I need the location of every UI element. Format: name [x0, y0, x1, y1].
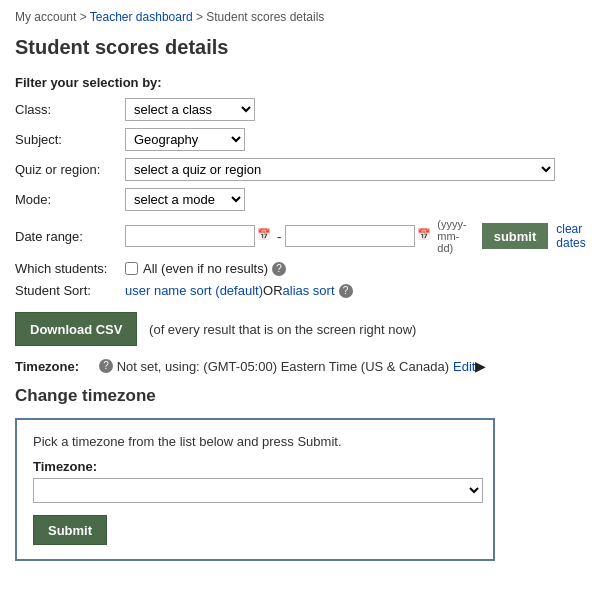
students-checkbox[interactable]	[125, 262, 138, 275]
students-checkbox-text: All (even if no results)	[143, 261, 268, 276]
quiz-select[interactable]: select a quiz or region	[125, 158, 555, 181]
cursor-icon: ▶	[475, 358, 486, 374]
breadcrumb-sep2: >	[196, 10, 206, 24]
submit-button[interactable]: submit	[482, 223, 549, 249]
quiz-row: Quiz or region: select a quiz or region	[15, 158, 588, 181]
timezone-submit-button[interactable]: Submit	[33, 515, 107, 545]
students-label: Which students:	[15, 261, 125, 276]
page-title: Student scores details	[15, 36, 588, 59]
subject-label: Subject:	[15, 132, 125, 147]
timezone-select-label: Timezone:	[33, 459, 477, 474]
breadcrumb-my-account: My account	[15, 10, 76, 24]
date-separator: -	[277, 229, 281, 244]
timezone-help-icon[interactable]: ?	[99, 359, 113, 373]
subject-row: Subject: Geography	[15, 128, 588, 151]
download-csv-button[interactable]: Download CSV	[15, 312, 137, 346]
timezone-row-label: Timezone:	[15, 359, 95, 374]
class-row: Class: select a class	[15, 98, 588, 121]
mode-label: Mode:	[15, 192, 125, 207]
mode-select[interactable]: select a mode	[125, 188, 245, 211]
timezone-row: Timezone: ? Not set, using: (GMT-05:00) …	[15, 358, 588, 374]
change-timezone-section: Change timezone Pick a timezone from the…	[15, 386, 588, 561]
timezone-box: Pick a timezone from the list below and …	[15, 418, 495, 561]
class-label: Class:	[15, 102, 125, 117]
sort-row: Student Sort: user name sort (default) O…	[15, 283, 588, 298]
date-start-input[interactable]	[125, 225, 255, 247]
download-section: Download CSV (of every result that is on…	[15, 312, 588, 346]
sort-or-text: OR	[263, 283, 283, 298]
change-timezone-title: Change timezone	[15, 386, 588, 406]
timezone-select[interactable]	[33, 478, 483, 503]
sort-username-link[interactable]: user name sort (default)	[125, 283, 263, 298]
students-checkbox-label[interactable]: All (even if no results)	[125, 261, 268, 276]
sort-alias-link[interactable]: alias sort	[283, 283, 335, 298]
mode-row: Mode: select a mode	[15, 188, 588, 211]
class-select[interactable]: select a class	[125, 98, 255, 121]
students-row: Which students: All (even if no results)…	[15, 261, 588, 276]
breadcrumb: My account > Teacher dashboard > Student…	[15, 10, 588, 24]
filter-label: Filter your selection by:	[15, 75, 588, 90]
filter-section: Filter your selection by: Class: select …	[15, 75, 588, 298]
date-range-row: Date range: 📅 - 📅 (yyyy-mm-dd) submit cl…	[15, 218, 588, 254]
subject-select[interactable]: Geography	[125, 128, 245, 151]
breadcrumb-sep1: >	[80, 10, 90, 24]
calendar-end-icon[interactable]: 📅	[417, 228, 431, 244]
timezone-edit-link[interactable]: Edit	[453, 359, 475, 374]
date-range-label: Date range:	[15, 229, 125, 244]
timezone-instruction: Pick a timezone from the list below and …	[33, 434, 477, 449]
calendar-start-icon[interactable]: 📅	[257, 228, 271, 244]
quiz-label: Quiz or region:	[15, 162, 125, 177]
date-hint: (yyyy-mm-dd)	[437, 218, 473, 254]
clear-dates-link[interactable]: clear dates	[556, 222, 588, 250]
download-note: (of every result that is on the screen r…	[149, 322, 416, 337]
sort-label: Student Sort:	[15, 283, 125, 298]
date-end-input[interactable]	[285, 225, 415, 247]
breadcrumb-teacher-dashboard[interactable]: Teacher dashboard	[90, 10, 193, 24]
sort-help-icon[interactable]: ?	[339, 284, 353, 298]
students-help-icon[interactable]: ?	[272, 262, 286, 276]
timezone-info: Not set, using: (GMT-05:00) Eastern Time…	[113, 359, 449, 374]
breadcrumb-current: Student scores details	[206, 10, 324, 24]
